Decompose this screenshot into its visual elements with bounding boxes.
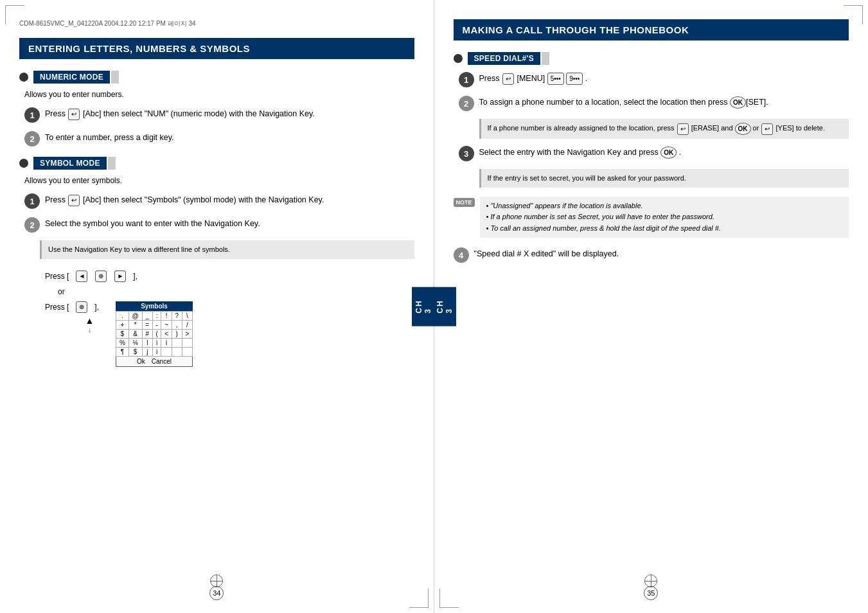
press-label-2: Press [ xyxy=(45,303,69,312)
numeric-mode-label: NUMERIC MODE xyxy=(33,71,110,84)
symbol-step-1: 1 Press ↩ [Abc] then select "Symbols" (s… xyxy=(24,193,414,209)
nav-up-icon: ⊕ xyxy=(76,301,87,313)
note-bullet-1: • "Unassigned" appears if the location i… xyxy=(486,200,842,212)
speed-step-2-circle: 2 xyxy=(459,96,474,111)
crosshair-icon-right xyxy=(644,574,657,587)
crosshair-bottom-left xyxy=(210,574,223,587)
ok-key-icon-2: OK xyxy=(660,147,677,159)
numeric-mode-desc: Allows you to enter numbers. xyxy=(24,90,414,99)
speed-step-4-text: "Speed dial # X edited" will be displaye… xyxy=(474,247,619,260)
note-container: NOTE • "Unassigned" appears if the locat… xyxy=(454,197,849,238)
symbol-note: Use the Navigation Key to view a differe… xyxy=(40,240,414,259)
symbol-step-1-text: Press ↩ [Abc] then select "Symbols" (sym… xyxy=(45,193,324,206)
numeric-step-1-circle: 1 xyxy=(24,107,40,123)
symbol-step-2-text: Select the symbol you want to enter with… xyxy=(45,217,260,230)
speed-step-3-circle: 3 xyxy=(459,146,474,161)
press-label-1: Press [ xyxy=(45,272,69,281)
note-bullet-2-text: If a phone number is set as Secret, you … xyxy=(490,213,714,220)
menu-key-icon-1: 5••• xyxy=(547,73,564,85)
symbol-mode-label: SYMBOL MODE xyxy=(33,157,107,170)
corner-decoration-bl xyxy=(439,589,459,608)
press-label-2-end: ], xyxy=(94,303,99,312)
left-section-title: ENTERING LETTERS, NUMBERS & SYMBOLS xyxy=(19,38,414,59)
numeric-step-2: 2 To enter a number, press a digit key. xyxy=(24,130,414,147)
right-arrow-icon: ► xyxy=(114,271,126,282)
left-arrow-icon: ◄ xyxy=(76,271,87,282)
left-page: CDM-8615VMC_M_041220A 2004.12.20 12:17 P… xyxy=(0,0,434,613)
arrow-spacer: ↓ xyxy=(88,326,92,333)
symbol-mode-desc: Allows you to enter symbols. xyxy=(24,176,414,185)
speed-dial-step-2: 2 To assign a phone number to a location… xyxy=(459,95,849,111)
up-arrow-icon: ▲ xyxy=(85,315,94,326)
speed-step-3-text: Select the entry with the Navigation Key… xyxy=(479,145,682,159)
up-down-arrows: ▲ ↓ xyxy=(80,315,99,333)
symbol-nav-row-or: or xyxy=(45,287,65,296)
menu-key-icon-2: 9••• xyxy=(566,73,583,85)
numeric-step-2-text: To enter a number, press a digit key. xyxy=(45,130,174,144)
page-number-right: 35 xyxy=(644,586,658,600)
symbol-mode-header: SYMBOL MODE xyxy=(19,157,414,170)
speed-dial-label: SPEED DIAL#'S xyxy=(468,52,540,65)
ok-key-icon-1: OK xyxy=(730,96,746,109)
symbol-step-2-circle: 2 xyxy=(24,217,40,233)
numeric-tab xyxy=(111,71,119,84)
file-info: CDM-8615VMC_M_041220A 2004.12.20 12:17 P… xyxy=(19,19,414,28)
nav-center-icon: ⊕ xyxy=(95,271,107,282)
note-label: NOTE xyxy=(454,198,475,207)
symbol-nav-area: Press [ ◄ ⊕ ► ], or Press [ ⊕ ], ▲ xyxy=(45,271,414,367)
numeric-step-1: 1 Press ↩ [Abc] then select "NUM" (numer… xyxy=(24,107,414,123)
right-section-title: MAKING A CALL THROUGH THE PHONEBOOK xyxy=(454,19,849,40)
numeric-bullet xyxy=(19,73,28,82)
symbol-nav-row-1: Press [ ◄ ⊕ ► ], xyxy=(45,271,137,282)
numeric-steps: 1 Press ↩ [Abc] then select "NUM" (numer… xyxy=(24,107,414,147)
abc-key-icon-2: ↩ xyxy=(68,195,80,206)
symbol-step-1-circle: 1 xyxy=(24,193,40,209)
abc-key-icon: ↩ xyxy=(68,109,80,120)
speed-step-3-note: If the entry is set to secret, you will … xyxy=(479,169,849,188)
symbol-table-container: Symbols .@_:!?\ +*=-~,/ $&#(<)> %¼lii xyxy=(116,301,193,367)
speed-dial-header: SPEED DIAL#'S xyxy=(454,52,849,65)
menu-left-key-icon: ↩ xyxy=(502,73,514,85)
speed-dial-step-1: 1 Press ↩ [MENU] 5••• 9••• . xyxy=(459,71,849,87)
press-label-1-end: ], xyxy=(133,272,137,281)
symbol-table: .@_:!?\ +*=-~,/ $&#(<)> %¼lii ¶$ji xyxy=(116,311,193,357)
chapter-tab-left: CH3 xyxy=(412,287,435,326)
numeric-mode-header: NUMERIC MODE xyxy=(19,71,414,84)
crosshair-bottom-right xyxy=(644,574,657,587)
speed-step-2-note: If a phone number is already assigned to… xyxy=(479,119,849,139)
numeric-step-1-text: Press ↩ [Abc] then select "NUM" (numeric… xyxy=(45,107,315,120)
note-bullet-3-text: To call an assigned number, press & hold… xyxy=(490,224,721,232)
nav-key-erase: ↩ xyxy=(677,123,689,135)
symbol-steps: 1 Press ↩ [Abc] then select "Symbols" (s… xyxy=(24,193,414,233)
symbol-step-2: 2 Select the symbol you want to enter wi… xyxy=(24,217,414,233)
symbol-table-footer: Ok Cancel xyxy=(116,357,193,367)
corner-decoration-tl xyxy=(5,5,24,24)
right-page: CH3 MAKING A CALL THROUGH THE PHONEBOOK … xyxy=(434,0,869,613)
crosshair-icon xyxy=(210,574,223,587)
or-label: or xyxy=(58,287,65,296)
nav-key-yes2: ↩ xyxy=(761,123,773,135)
crosshair-v-right xyxy=(651,574,651,587)
note-content: • "Unassigned" appears if the location i… xyxy=(480,197,849,238)
note-bullet-1-text: "Unassigned" appears if the location is … xyxy=(490,202,642,209)
press-row-2: Press [ ⊕ ], xyxy=(45,301,99,313)
speed-dial-step-3: 3 Select the entry with the Navigation K… xyxy=(459,145,849,161)
corner-decoration-tr xyxy=(844,5,863,24)
ok-key-yes: OK xyxy=(735,123,751,135)
speed-step-2-text: To assign a phone number to a location, … xyxy=(479,95,768,109)
note-bullet-3: • To call an assigned number, press & ho… xyxy=(486,223,842,235)
speed-step-1-circle: 1 xyxy=(459,72,474,87)
symbol-note-text: Use the Navigation Key to view a differe… xyxy=(48,245,230,253)
numeric-step-2-circle: 2 xyxy=(24,131,40,147)
speed-dial-tab xyxy=(542,52,549,65)
symbol-nav-row-2-container: Press [ ⊕ ], ▲ ↓ Symbols .@_:!?\ xyxy=(45,301,193,367)
corner-decoration-br xyxy=(409,589,429,608)
chapter-tab-right: CH3 xyxy=(433,287,456,326)
note-bullet-2: • If a phone number is set as Secret, yo… xyxy=(486,211,842,223)
symbol-table-header: Symbols xyxy=(116,301,193,311)
ok-option: Ok xyxy=(137,358,145,365)
speed-dial-steps: 1 Press ↩ [MENU] 5••• 9••• . 2 To assign… xyxy=(459,71,849,188)
speed-step-1-text: Press ↩ [MENU] 5••• 9••• . xyxy=(479,71,588,85)
symbol-bullet xyxy=(19,159,28,168)
speed-step-4-circle: 4 xyxy=(454,247,469,263)
